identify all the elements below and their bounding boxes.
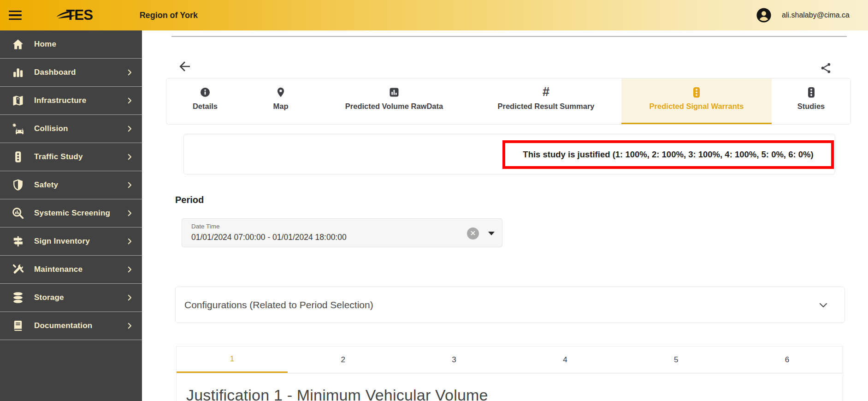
warrant-tab-6[interactable]: 6 (732, 347, 843, 373)
justified-message: This study is justified (1: 100%, 2: 100… (523, 150, 813, 160)
date-time-field-value: 01/01/2024 07:00:00 - 01/01/2024 18:00:0… (191, 233, 347, 242)
configurations-title: Configurations (Related to Period Select… (184, 299, 373, 311)
chevron-right-icon (125, 322, 134, 330)
warrant-tab-1[interactable]: 1 (177, 347, 288, 373)
warrant-number-tabs: 1 2 3 4 5 6 (177, 347, 843, 373)
traffic-light-icon (691, 86, 702, 98)
caret-down-icon[interactable] (488, 232, 495, 235)
sidebar-item-sign-inventory[interactable]: Sign Inventory (0, 227, 142, 256)
tab-details[interactable]: Details (166, 78, 244, 124)
chevron-right-icon (125, 68, 134, 77)
traffic-light-icon (11, 150, 25, 164)
tab-studies[interactable]: Studies (772, 78, 850, 124)
application-window: TES Region of York ali.shalaby@cima.ca H… (0, 0, 868, 401)
tab-predicted-volume-rawdata[interactable]: Predicted Volume RawData (318, 78, 471, 124)
book-icon (11, 319, 25, 333)
date-time-select[interactable]: Date Time 01/01/2024 07:00:00 - 01/01/20… (182, 218, 502, 247)
clear-x-icon[interactable]: ✕ (467, 227, 479, 239)
justification-section: 1 2 3 4 5 6 Justification 1 - Minimum Ve… (176, 346, 843, 401)
period-heading: Period (175, 195, 204, 205)
chevron-right-icon (125, 153, 134, 161)
chevron-right-icon (125, 181, 134, 189)
user-email[interactable]: ali.shalaby@cima.ca (782, 11, 850, 19)
magnifier-chart-icon (11, 206, 25, 220)
info-icon (200, 86, 211, 98)
back-arrow-icon[interactable] (177, 59, 192, 74)
chevron-down-icon[interactable] (818, 299, 829, 311)
traffic-light-icon (806, 86, 817, 98)
hash-icon: # (543, 86, 549, 98)
date-time-field-label: Date Time (191, 223, 220, 230)
chevron-right-icon (125, 209, 134, 217)
hamburger-icon[interactable] (9, 11, 22, 20)
share-icon[interactable] (820, 62, 832, 74)
chevron-right-icon (125, 293, 134, 302)
sidebar-item-documentation[interactable]: Documentation (0, 312, 142, 340)
sidebar-item-storage[interactable]: Storage (0, 284, 142, 312)
map-icon (11, 94, 25, 108)
map-pin-icon (275, 86, 286, 98)
sidebar-item-safety[interactable]: Safety (0, 171, 142, 199)
signpost-icon (11, 234, 25, 248)
tab-predicted-signal-warrants[interactable]: Predicted Signal Warrants (621, 78, 772, 124)
study-tab-bar: Details Map Predicted Volume RawData # P… (166, 78, 851, 125)
chart-box-icon (389, 86, 400, 98)
database-icon (11, 291, 25, 305)
sidebar-item-systemic-screening[interactable]: Systemic Screening (0, 199, 142, 227)
chevron-right-icon (125, 96, 134, 105)
sidebar-item-home[interactable]: Home (0, 30, 142, 59)
warrant-tab-2[interactable]: 2 (288, 347, 399, 373)
tab-map[interactable]: Map (244, 78, 318, 124)
page-title: Region of York (140, 11, 198, 20)
chevron-right-icon (125, 265, 134, 274)
warrant-tab-4[interactable]: 4 (509, 347, 620, 373)
justified-highlight-box: This study is justified (1: 100%, 2: 100… (502, 140, 834, 169)
sidebar-item-collision[interactable]: Collision (0, 115, 142, 143)
sidebar-nav: Home Dashboard Infrastructure Colli (0, 30, 142, 401)
sidebar-item-maintenance[interactable]: Maintenance (0, 256, 142, 284)
warrant-tab-3[interactable]: 3 (399, 347, 510, 373)
chevron-right-icon (125, 125, 134, 133)
chevron-right-icon (125, 237, 134, 245)
car-crash-icon (11, 122, 25, 136)
content-top-divider (171, 36, 847, 37)
svg-text:TES: TES (66, 7, 93, 23)
home-icon (11, 37, 25, 51)
sidebar-item-traffic-study[interactable]: Traffic Study (0, 143, 142, 171)
sidebar-item-infrastructure[interactable]: Infrastructure (0, 87, 142, 115)
tes-logo: TES (55, 6, 103, 24)
configurations-panel[interactable]: Configurations (Related to Period Select… (175, 287, 845, 323)
shield-icon (11, 178, 25, 192)
warrant-tab-5[interactable]: 5 (620, 347, 732, 373)
tools-icon (11, 263, 25, 276)
justification-result-card: This study is justified (1: 100%, 2: 100… (183, 134, 835, 174)
tab-predicted-result-summary[interactable]: # Predicted Result Summary (471, 78, 621, 124)
main-content: Details Map Predicted Volume RawData # P… (142, 30, 868, 401)
justification-heading: Justification 1 - Minimum Vehicular Volu… (186, 386, 488, 401)
bar-chart-icon (11, 66, 25, 79)
account-circle-icon[interactable] (756, 7, 772, 23)
top-app-bar: TES Region of York ali.shalaby@cima.ca (0, 0, 868, 30)
sidebar-item-dashboard[interactable]: Dashboard (0, 59, 142, 87)
